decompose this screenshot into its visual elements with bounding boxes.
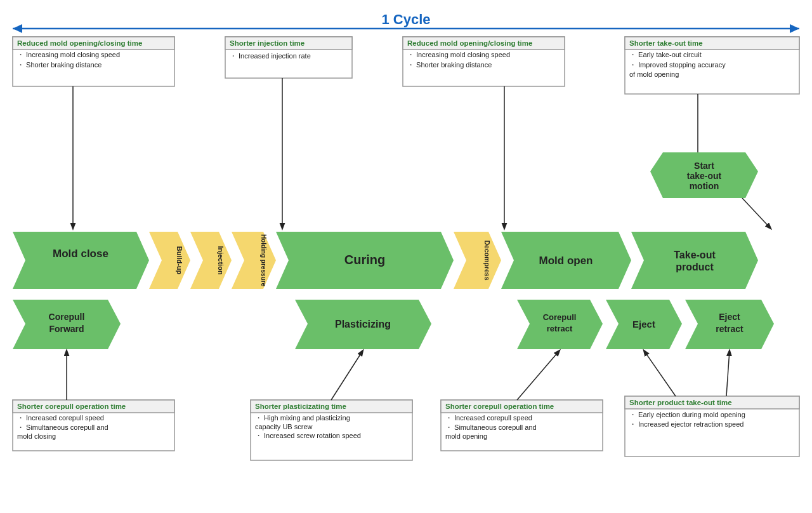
bot-box-4-b1: ・ Early ejection during mold opening xyxy=(629,411,745,418)
svg-marker-2 xyxy=(790,24,799,33)
top-box-1-b1: ・ Increasing mold closing speed xyxy=(17,51,120,58)
arrow-bot3 xyxy=(517,350,560,400)
start-takeout-label2: take-out xyxy=(687,171,722,181)
holding-shape xyxy=(232,232,276,289)
top-box-1-b2: ・ Shorter braking distance xyxy=(17,61,102,69)
bot-box-1-b1: ・ Increased corepull speed xyxy=(17,414,104,422)
takeout-product-shape xyxy=(631,232,758,289)
mold-close-shape xyxy=(13,232,149,289)
top-box-3-b1: ・ Increasing mold closing speed xyxy=(407,51,510,58)
top-box-4-title: Shorter take-out time xyxy=(629,39,703,47)
top-box-1-title: Reduced mold opening/closing time xyxy=(17,39,142,47)
buildup-shape xyxy=(149,232,190,289)
eject-retract-label1: Eject xyxy=(719,312,740,322)
bot-box-1-b3: mold closing xyxy=(17,432,56,440)
bot-box-3-b1: ・ Increased corepull speed xyxy=(445,414,532,422)
bot-box-4-b2: ・ Increased ejector retraction speed xyxy=(629,420,743,428)
decompress-shape xyxy=(454,232,501,289)
injection-shape xyxy=(190,232,232,289)
decompress-label: Decompress xyxy=(483,240,491,280)
mold-close-label1: Mold close xyxy=(53,248,108,260)
top-box-2-title: Shorter injection time xyxy=(230,39,304,47)
bot-box-1-title: Shorter corepull operation time xyxy=(17,403,126,410)
bot-box-1-b2: ・ Simultaneous corepull and xyxy=(17,423,108,431)
bot-box-3-title: Shorter corepull operation time xyxy=(445,403,554,410)
corepull-fwd-label2: Forward xyxy=(49,324,84,334)
start-takeout-label3: motion xyxy=(690,181,719,191)
curing-label: Curing xyxy=(344,253,385,267)
bot-box-3-b2: ・ Simultaneous corepull and xyxy=(445,423,537,431)
bot-box-2-b3: ・ Increased screw rotation speed xyxy=(255,432,361,439)
arrow-bot4a xyxy=(644,350,676,396)
main-container: 1 Cycle Reduced mold opening/closing tim… xyxy=(0,0,812,513)
arrow-takeout xyxy=(742,198,771,229)
holding-label: Holding pressure xyxy=(260,234,267,287)
bot-box-2-b2: capacity UB screw xyxy=(255,423,313,430)
takeout-product-label1: Take-out xyxy=(674,250,716,260)
buildup-label: Build-up xyxy=(176,246,183,275)
cycle-title: 1 Cycle xyxy=(381,11,430,27)
eject-retract-label2: retract xyxy=(716,324,743,334)
svg-marker-1 xyxy=(13,24,22,33)
arrow-bot2 xyxy=(331,350,363,400)
top-box-3-title: Reduced mold opening/closing time xyxy=(407,39,532,47)
injection-label: Injection xyxy=(217,246,225,275)
bot-box-4-title: Shorter product take-out time xyxy=(629,399,732,406)
corepull-fwd-label1: Corepull xyxy=(49,312,85,322)
bot-box-3-b3: mold opening xyxy=(445,432,487,440)
top-box-2-b1: ・ Increased injection rate xyxy=(230,52,311,60)
corepull-retract-label1: Corepull xyxy=(543,312,577,322)
top-box-3-b2: ・ Shorter braking distance xyxy=(407,61,492,69)
diagram-svg: 1 Cycle Reduced mold opening/closing tim… xyxy=(10,6,802,508)
plasticizing-label: Plasticizing xyxy=(335,319,391,330)
start-takeout-label1: Start xyxy=(694,161,714,171)
top-box-4-b3: of mold opening xyxy=(629,70,679,78)
bot-box-2-b1: ・ High mixing and plasticizing xyxy=(255,414,350,422)
bot-box-2-title: Shorter plasticizating time xyxy=(255,403,346,410)
eject-label: Eject xyxy=(632,319,655,330)
corepull-retract-label2: retract xyxy=(547,324,573,333)
top-box-4-b2: ・ Improved stopping accuracy xyxy=(629,61,726,69)
mold-open-label: Mold open xyxy=(539,255,593,267)
takeout-product-label2: product xyxy=(676,262,714,272)
arrow-bot4b xyxy=(726,350,730,396)
top-box-4-b1: ・ Early take-out circuit xyxy=(629,51,702,58)
